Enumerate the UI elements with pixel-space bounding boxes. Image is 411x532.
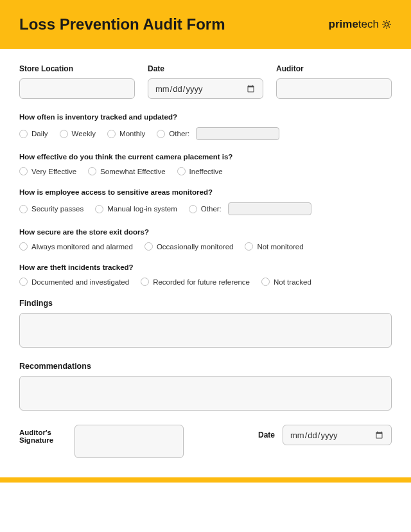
gear-sun-icon bbox=[381, 19, 392, 30]
store-location-label: Store Location bbox=[19, 64, 135, 73]
signature-label: Auditor's Signature bbox=[19, 425, 64, 444]
radio-not-tracked[interactable] bbox=[261, 278, 270, 286]
findings-textarea[interactable] bbox=[19, 313, 392, 348]
opt-security-passes[interactable]: Security passes bbox=[19, 205, 83, 213]
radio-documented[interactable] bbox=[19, 278, 28, 286]
opt-somewhat-label: Somewhat Effective bbox=[100, 168, 165, 175]
auditor-label: Auditor bbox=[276, 64, 392, 73]
opt-other3[interactable]: Other: bbox=[189, 202, 311, 215]
other1-input[interactable] bbox=[196, 127, 279, 140]
signature-box[interactable] bbox=[74, 425, 184, 458]
brand-tech: tech bbox=[358, 18, 379, 31]
other3-input[interactable] bbox=[228, 202, 311, 215]
store-location-input[interactable] bbox=[19, 78, 135, 99]
top-row: Store Location Date Auditor bbox=[19, 64, 392, 99]
q-inventory: How often is inventory tracked and updat… bbox=[19, 113, 392, 140]
opt-security-passes-label: Security passes bbox=[31, 205, 83, 213]
date-field: Date bbox=[148, 64, 263, 99]
svg-line-6 bbox=[389, 26, 389, 27]
opt-always-monitored-label: Always monitored and alarmed bbox=[31, 243, 133, 251]
q-access-label: How is employee access to sensitive area… bbox=[19, 188, 392, 196]
radio-not-monitored[interactable] bbox=[245, 242, 253, 251]
page-title: Loss Prevention Audit Form bbox=[19, 15, 225, 33]
auditor-field: Auditor bbox=[276, 64, 392, 99]
svg-line-5 bbox=[383, 21, 384, 22]
opt-other3-label: Other: bbox=[201, 205, 222, 213]
q-camera-options: Very Effective Somewhat Effective Ineffe… bbox=[19, 167, 392, 175]
opt-other1[interactable]: Other: bbox=[157, 127, 279, 140]
sig-date-col: Date bbox=[194, 425, 392, 445]
radio-recorded[interactable] bbox=[141, 278, 149, 286]
svg-line-8 bbox=[389, 21, 389, 22]
q-camera: How effective do you think the current c… bbox=[19, 153, 392, 175]
radio-security-passes[interactable] bbox=[19, 205, 28, 213]
opt-occasionally[interactable]: Occasionally monitored bbox=[144, 242, 234, 251]
date-input[interactable] bbox=[148, 78, 263, 99]
svg-line-7 bbox=[383, 26, 384, 27]
opt-manual-login-label: Manual log-in system bbox=[107, 205, 177, 213]
opt-manual-login[interactable]: Manual log-in system bbox=[95, 205, 177, 213]
radio-other3[interactable] bbox=[189, 205, 197, 213]
q-exit-options: Always monitored and alarmed Occasionall… bbox=[19, 242, 392, 251]
opt-very-effective-label: Very Effective bbox=[31, 168, 76, 175]
recommendations-textarea[interactable] bbox=[19, 376, 392, 411]
opt-daily-label: Daily bbox=[31, 130, 48, 137]
brand-prime: prime bbox=[329, 18, 358, 31]
opt-very-effective[interactable]: Very Effective bbox=[19, 167, 76, 175]
findings-label: Findings bbox=[19, 299, 392, 308]
signature-row: Auditor's Signature Date bbox=[19, 425, 392, 458]
opt-recorded-label: Recorded for future reference bbox=[153, 278, 250, 286]
radio-monthly[interactable] bbox=[107, 130, 116, 138]
opt-not-monitored[interactable]: Not monitored bbox=[245, 242, 303, 251]
opt-documented[interactable]: Documented and investigated bbox=[19, 278, 129, 286]
brand-logo: primetech bbox=[329, 18, 392, 31]
opt-monthly-label: Monthly bbox=[119, 130, 145, 137]
findings-block: Findings bbox=[19, 299, 392, 350]
radio-weekly[interactable] bbox=[60, 130, 68, 138]
radio-manual-login[interactable] bbox=[95, 205, 103, 213]
q-exit-label: How secure are the store exit doors? bbox=[19, 228, 392, 236]
opt-daily[interactable]: Daily bbox=[19, 130, 48, 138]
q-theft-options: Documented and investigated Recorded for… bbox=[19, 278, 392, 286]
footer-bar bbox=[0, 477, 411, 483]
opt-somewhat[interactable]: Somewhat Effective bbox=[88, 167, 165, 175]
opt-ineffective-label: Ineffective bbox=[189, 168, 223, 175]
radio-very-effective[interactable] bbox=[19, 167, 28, 175]
radio-daily[interactable] bbox=[19, 130, 28, 138]
q-inventory-options: Daily Weekly Monthly Other: bbox=[19, 127, 392, 140]
opt-recorded[interactable]: Recorded for future reference bbox=[141, 278, 250, 286]
opt-weekly[interactable]: Weekly bbox=[60, 130, 96, 138]
q-exit: How secure are the store exit doors? Alw… bbox=[19, 228, 392, 251]
opt-weekly-label: Weekly bbox=[72, 130, 96, 137]
opt-not-monitored-label: Not monitored bbox=[257, 243, 303, 251]
sig-date-input[interactable] bbox=[283, 425, 392, 445]
q-access: How is employee access to sensitive area… bbox=[19, 188, 392, 215]
q-inventory-label: How often is inventory tracked and updat… bbox=[19, 113, 392, 121]
opt-ineffective[interactable]: Ineffective bbox=[177, 167, 223, 175]
header: Loss Prevention Audit Form primetech bbox=[0, 0, 411, 49]
recommendations-block: Recommendations bbox=[19, 362, 392, 413]
opt-occasionally-label: Occasionally monitored bbox=[157, 243, 234, 251]
opt-always-monitored[interactable]: Always monitored and alarmed bbox=[19, 242, 133, 251]
auditor-input[interactable] bbox=[276, 78, 392, 99]
opt-documented-label: Documented and investigated bbox=[31, 278, 129, 286]
opt-monthly[interactable]: Monthly bbox=[107, 130, 145, 138]
radio-other1[interactable] bbox=[157, 130, 165, 138]
radio-ineffective[interactable] bbox=[177, 167, 186, 175]
opt-not-tracked[interactable]: Not tracked bbox=[261, 278, 311, 286]
recommendations-label: Recommendations bbox=[19, 362, 392, 371]
opt-other1-label: Other: bbox=[169, 130, 189, 137]
radio-somewhat[interactable] bbox=[88, 167, 96, 175]
sig-date-label: Date bbox=[258, 430, 275, 439]
q-access-options: Security passes Manual log-in system Oth… bbox=[19, 202, 392, 215]
store-location-field: Store Location bbox=[19, 64, 135, 99]
opt-not-tracked-label: Not tracked bbox=[274, 278, 311, 286]
radio-occasionally[interactable] bbox=[144, 242, 153, 251]
q-theft-label: How are theft incidents tracked? bbox=[19, 263, 392, 271]
date-label: Date bbox=[148, 64, 263, 73]
form-content: Store Location Date Auditor How often is… bbox=[0, 49, 411, 468]
q-theft: How are theft incidents tracked? Documen… bbox=[19, 263, 392, 286]
q-camera-label: How effective do you think the current c… bbox=[19, 153, 392, 161]
radio-always-monitored[interactable] bbox=[19, 242, 28, 251]
svg-point-0 bbox=[385, 22, 388, 26]
